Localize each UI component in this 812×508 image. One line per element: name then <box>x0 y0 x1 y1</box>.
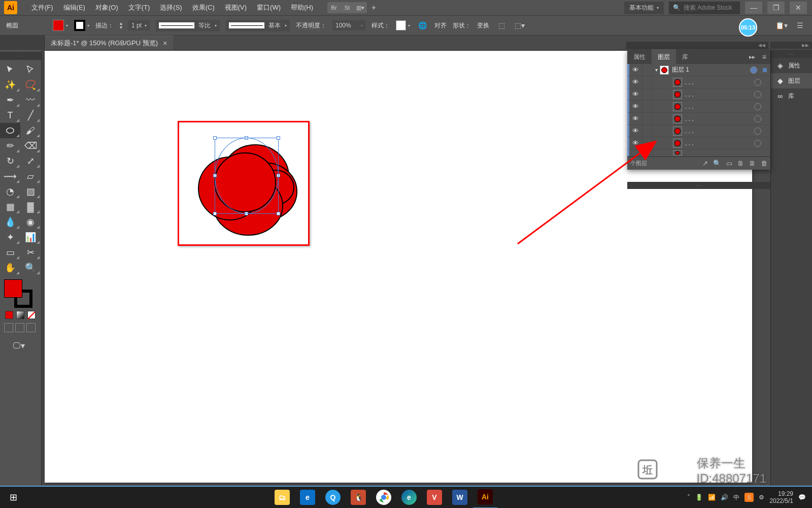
taskbar-edge-legacy-icon[interactable]: e <box>295 486 320 508</box>
toolbox-grip[interactable]: ∙∙∙∙∙∙ <box>0 52 41 60</box>
layer-row-sub[interactable]: 👁. . . <box>627 88 770 101</box>
new-layer-icon[interactable]: 🗎 <box>749 160 756 167</box>
menu-edit[interactable]: 编辑(E) <box>58 0 90 15</box>
tray-battery-icon[interactable]: 🔋 <box>695 494 703 501</box>
target-icon[interactable] <box>754 115 761 122</box>
graphic-style-picker[interactable]: ▾ <box>396 20 410 30</box>
symbol-sprayer-tool[interactable]: ✦ <box>0 230 20 245</box>
workspace-selector[interactable]: 基本功能▾ <box>624 2 664 14</box>
paintbrush-tool[interactable]: 🖌 <box>20 123 41 138</box>
lasso-tool[interactable]: 📿 <box>20 77 41 92</box>
menu-file[interactable]: 文件(F) <box>26 0 58 15</box>
menu-select[interactable]: 选择(S) <box>155 0 187 15</box>
panel-menu-icon[interactable]: ☰ <box>794 19 806 31</box>
tray-ime-indicator[interactable]: 中 <box>733 493 739 502</box>
layer-row-sub[interactable]: 👁. . . <box>627 137 770 149</box>
graph-tool[interactable]: 📊 <box>20 230 41 245</box>
target-icon[interactable] <box>754 79 761 86</box>
stroke-weight-input[interactable]: 1 pt▾ <box>128 20 150 30</box>
taskbar-app-icon[interactable]: 🐧 <box>346 486 370 508</box>
mesh-tool[interactable]: ▦ <box>0 199 20 214</box>
layer-row-sub[interactable]: 👁. . . <box>627 101 770 113</box>
layer-row-sub[interactable]: 👁. . . <box>627 125 770 137</box>
hand-tool[interactable]: ✋ <box>0 260 20 275</box>
menu-type[interactable]: 文字(T) <box>123 0 155 15</box>
search-stock-input[interactable]: 🔍搜索 Adobe Stock <box>669 2 740 14</box>
taskbar-explorer-icon[interactable]: 🗂 <box>270 486 294 508</box>
start-button[interactable]: ⊞ <box>0 486 26 508</box>
menu-window[interactable]: 窗口(W) <box>252 0 286 15</box>
curvature-tool[interactable]: 〰 <box>20 92 41 108</box>
stock-icon[interactable]: St <box>341 2 354 13</box>
tray-settings-icon[interactable]: ⚙ <box>759 494 764 501</box>
locate-object-icon[interactable]: ↗ <box>702 160 708 167</box>
width-tool[interactable]: ⟿ <box>0 169 20 184</box>
document-tab[interactable]: 未标题-1* @ 150% (RGB/GPU 预览) × <box>45 36 173 50</box>
layer-name[interactable]: . . . <box>685 140 754 147</box>
type-tool[interactable]: T <box>0 108 20 123</box>
visibility-toggle[interactable]: 👁 <box>629 137 642 149</box>
gradient-tool[interactable]: ▓ <box>20 199 41 214</box>
shape-label[interactable]: 形状： <box>453 21 471 30</box>
tray-clock[interactable]: 19:292022/5/1 <box>769 490 793 504</box>
perspective-tool[interactable]: ▨ <box>20 184 41 199</box>
expand-layer-icon[interactable]: ▾ <box>653 67 660 73</box>
dock-collapse-strip[interactable]: ▶▶ <box>770 42 812 49</box>
find-layer-icon[interactable]: 🔍 <box>713 160 721 167</box>
visibility-toggle[interactable]: 👁 <box>629 101 642 112</box>
layer-row-sub[interactable]: 👁. . . <box>627 113 770 125</box>
layer-name[interactable]: . . . <box>685 128 754 135</box>
delete-layer-icon[interactable]: 🗑 <box>761 160 767 167</box>
menu-view[interactable]: 视图(V) <box>220 0 252 15</box>
opacity-input[interactable]: 100%› <box>332 20 365 30</box>
window-close-button[interactable]: ✕ <box>790 2 807 14</box>
align-label[interactable]: 对齐 <box>434 21 447 30</box>
menu-help[interactable]: 帮助(H) <box>286 0 318 15</box>
stroke-profile-select[interactable]: 等比▾ <box>156 20 220 31</box>
selection-indicator[interactable] <box>763 68 767 72</box>
layer-row-sub[interactable]: 👁. . . <box>627 76 770 88</box>
ellipse-tool[interactable] <box>0 123 20 138</box>
panel-collapse-icon[interactable]: ▸▸ <box>746 50 758 64</box>
taskbar-edge-icon[interactable]: e <box>397 486 421 508</box>
pen-tool[interactable]: ✒ <box>0 92 20 108</box>
target-icon[interactable] <box>754 91 761 98</box>
menu-object[interactable]: 对象(O) <box>90 0 123 15</box>
isolate-icon-2[interactable]: ⬚▾ <box>514 19 526 31</box>
eraser-tool[interactable]: ⌫ <box>20 138 41 153</box>
visibility-toggle[interactable]: 👁 <box>629 88 642 100</box>
target-icon[interactable] <box>754 140 761 147</box>
isolate-icon[interactable]: ⬚ <box>495 19 507 31</box>
target-icon[interactable] <box>754 103 761 110</box>
layer-name[interactable]: . . . <box>685 103 754 110</box>
gpu-icon[interactable]: ✈ <box>367 2 380 13</box>
fill-color-picker[interactable]: ▾ <box>53 20 68 31</box>
window-minimize-button[interactable]: — <box>745 2 762 14</box>
panel-resize-grip[interactable]: ∙∙∙∙∙∙ <box>627 182 770 189</box>
screen-mode-icon[interactable]: 🖵▾ <box>11 339 26 352</box>
new-sublayer-icon[interactable]: 🗎 <box>737 160 744 167</box>
close-tab-icon[interactable]: × <box>163 39 167 47</box>
free-transform-tool[interactable]: ▱ <box>20 169 41 184</box>
taskbar-chrome-icon[interactable] <box>371 486 396 508</box>
shaper-tool[interactable]: ✏ <box>0 138 20 153</box>
panel-tab-properties[interactable]: 属性 <box>627 49 652 65</box>
eyedropper-tool[interactable]: 💧 <box>0 214 20 230</box>
visibility-toggle[interactable]: 👁 <box>629 64 642 76</box>
tray-volume-icon[interactable]: 🔊 <box>721 494 728 501</box>
target-icon[interactable] <box>750 67 757 74</box>
make-clipping-mask-icon[interactable]: ▭ <box>726 160 732 167</box>
recolor-icon[interactable]: 🌐 <box>416 19 428 31</box>
panel-dock-icon[interactable]: 📋▾ <box>775 19 788 31</box>
taskbar-illustrator-icon[interactable]: Ai <box>473 486 497 508</box>
layer-name[interactable]: . . . <box>685 79 754 86</box>
layer-name[interactable]: . . . <box>685 115 754 122</box>
draw-inside-icon[interactable] <box>26 323 36 332</box>
layer-row-sub-partial[interactable] <box>627 149 770 156</box>
rotate-tool[interactable]: ↻ <box>0 153 20 169</box>
panel-menu-icon[interactable]: ≡ <box>758 50 770 64</box>
fill-stroke-control[interactable] <box>4 279 32 308</box>
layer-name[interactable]: 图层 1 <box>672 66 750 74</box>
layer-row-top[interactable]: 👁 ▾ 图层 1 <box>627 64 770 76</box>
slice-tool[interactable]: ✂ <box>20 245 41 260</box>
